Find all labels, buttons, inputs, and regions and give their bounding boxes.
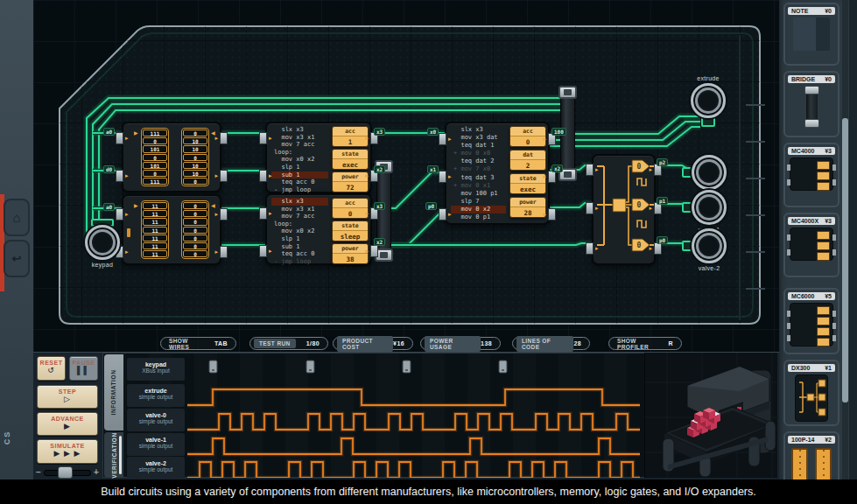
- pin-arrow-icon: ▸: [269, 245, 272, 257]
- slider-minus[interactable]: –: [36, 467, 41, 477]
- step-button[interactable]: STEP▷: [37, 385, 98, 409]
- chip-pin: [439, 208, 446, 220]
- rom-column[interactable]: 111010101010111: [141, 128, 169, 186]
- register-name: acc: [333, 199, 368, 208]
- status-pill-product-cost[interactable]: PRODUCT COST¥16: [333, 337, 413, 350]
- signal-name: valve-2: [127, 460, 185, 466]
- part-name: MC4000X: [791, 218, 818, 224]
- pin-arrow-icon: ▸: [125, 170, 129, 182]
- register-column: acc0statesleeppower38: [332, 198, 369, 264]
- pin-arrow-icon: ▸: [543, 171, 546, 183]
- rom-column[interactable]: 01010010100: [181, 128, 209, 186]
- part-preview: [785, 228, 838, 273]
- bridge-preview: [806, 88, 818, 125]
- register-value: 0: [510, 136, 545, 147]
- signal-type: simple output: [127, 466, 185, 472]
- simulate-icon: ▶ ▶ ▶: [38, 449, 97, 458]
- part-card-dx300[interactable]: DX300¥1: [783, 360, 839, 426]
- rom-cell: 0: [183, 250, 207, 257]
- status-pill-label: POWER USAGE: [425, 336, 481, 352]
- part-card-mc4000[interactable]: MC4000¥3: [783, 143, 839, 207]
- tab-information[interactable]: INFORMATION: [104, 354, 123, 430]
- status-pill-show-wires[interactable]: SHOW WIRESTAB: [160, 337, 236, 350]
- rom-cell: 111: [143, 130, 167, 136]
- rom-cell: 11: [143, 234, 167, 242]
- part-name: DX300: [791, 365, 810, 371]
- tab-scrollbar[interactable]: [119, 436, 122, 474]
- rom-chip-2[interactable]: ▸▸▸▸11111111111111▶0000000◀: [122, 194, 221, 265]
- code-listing[interactable]: slx x3 mov x3 dat teq dat 1+ mov 0 x0 te…: [451, 126, 506, 221]
- chip-pin: [220, 132, 228, 144]
- pin-arrow-icon: ▸: [448, 208, 452, 220]
- part-card-mc4000x[interactable]: MC4000X¥3: [783, 213, 839, 277]
- code-line: teq acc 0: [271, 178, 328, 186]
- rom-chip-1[interactable]: ▸▸▸▸111010101010111▶01010010100◀: [122, 122, 221, 192]
- part-price: ¥3: [825, 218, 832, 224]
- code-line: loop:: [271, 149, 328, 157]
- code-listing[interactable]: slx x3 mov x3 x1 mov 7 accloop: mov x0 x…: [271, 198, 328, 265]
- chip-pin: [654, 242, 662, 255]
- part-preview: [785, 158, 838, 203]
- signal-type: simple output: [127, 394, 185, 400]
- register-name: state: [333, 150, 368, 159]
- chip-pin: [220, 246, 228, 258]
- register-state: stateexec: [509, 173, 546, 194]
- rom-cell: 0: [143, 154, 167, 161]
- register-acc: acc0: [509, 126, 546, 147]
- part-card-note[interactable]: NOTE¥0: [783, 3, 839, 66]
- status-pill-test-run[interactable]: TEST RUN1/80: [249, 337, 328, 350]
- device-render-panel: [644, 353, 777, 478]
- status-pill-lines-of-code[interactable]: LINES OF CODE28: [512, 337, 590, 350]
- pin-label: x2: [551, 164, 563, 172]
- status-pill-show-profiler[interactable]: SHOW PROFILERR: [608, 337, 682, 350]
- pin-arrow-icon: ▸: [214, 246, 218, 258]
- mc4000-chip-1[interactable]: ▸▸▸▸ slx x3 mov x3 x1 mov 7 accloop: mov…: [265, 122, 372, 193]
- tutorial-caption: Build circuits using a variety of compon…: [0, 480, 857, 504]
- pause-icon: ▌▌: [70, 366, 97, 375]
- chip-pin: [586, 202, 594, 214]
- register-name: state: [510, 174, 545, 184]
- part-name: BRIDGE: [791, 76, 815, 82]
- pin-arrow-icon: ▸: [365, 170, 369, 182]
- code-line: + mov 7 x0: [451, 165, 506, 173]
- signal-label-valve-2: valve-2simple output: [127, 457, 185, 480]
- register-value: 2: [510, 160, 545, 171]
- signal-label-valve-1: valve-1simple output: [127, 433, 185, 456]
- simulate-button[interactable]: SIMULATE▶ ▶ ▶: [37, 439, 98, 464]
- part-card-100p-14[interactable]: 100P-14¥2: [783, 431, 839, 480]
- rom-cell: 0: [183, 210, 207, 217]
- code-line: mov 7 acc: [271, 141, 328, 149]
- code-line: teq dat 3: [451, 174, 506, 182]
- chip-pin: [220, 170, 228, 182]
- rom-column[interactable]: 0000000: [181, 200, 209, 259]
- register-name: acc: [510, 127, 545, 136]
- dx300-chip[interactable]: 0 0 0 ▸▸▸▸▸▸: [592, 154, 656, 265]
- home-button[interactable]: ⌂: [4, 199, 30, 236]
- rom-cell: 10: [183, 137, 207, 144]
- undo-button[interactable]: ↩: [4, 240, 30, 277]
- register-name: acc: [333, 127, 368, 136]
- sidebar-scrollbar-thumb[interactable]: [842, 118, 848, 402]
- advance-button[interactable]: ADVANCE▶: [37, 412, 98, 436]
- part-card-bridge[interactable]: BRIDGE¥0: [783, 71, 839, 137]
- chip-pin: [439, 171, 446, 183]
- code-line: slx x3: [271, 126, 328, 134]
- chip-pin: [259, 245, 267, 257]
- mc6000-chip[interactable]: ▸▸▸▸▸▸ slx x3 mov x3 dat teq dat 1+ mov …: [445, 122, 550, 225]
- mc4000-chip-2[interactable]: ▸▸▸▸ slx x3 mov x3 x1 mov 7 accloop: mov…: [265, 193, 372, 265]
- speed-slider-thumb[interactable]: [58, 466, 73, 479]
- reset-button[interactable]: RESET↺: [37, 356, 66, 381]
- chip-pin: [548, 171, 556, 183]
- status-pill-label: TEST RUN: [254, 339, 296, 348]
- code-listing[interactable]: slx x3 mov x3 x1 mov 7 accloop: mov x0 x…: [271, 126, 328, 193]
- cs-badge: CS: [3, 420, 11, 455]
- status-pill-power-usage[interactable]: POWER USAGE138: [420, 337, 501, 350]
- part-name: MC4000: [791, 148, 814, 154]
- rom-cell: 11: [143, 242, 167, 249]
- slider-plus[interactable]: +: [94, 467, 99, 477]
- rom-cell: 0: [183, 242, 207, 249]
- chip-pin: [586, 242, 594, 255]
- rom-column[interactable]: 11111111111111: [141, 200, 169, 259]
- part-card-mc6000[interactable]: MC6000¥5: [783, 288, 839, 354]
- code-line: mov x0 x2: [271, 156, 328, 164]
